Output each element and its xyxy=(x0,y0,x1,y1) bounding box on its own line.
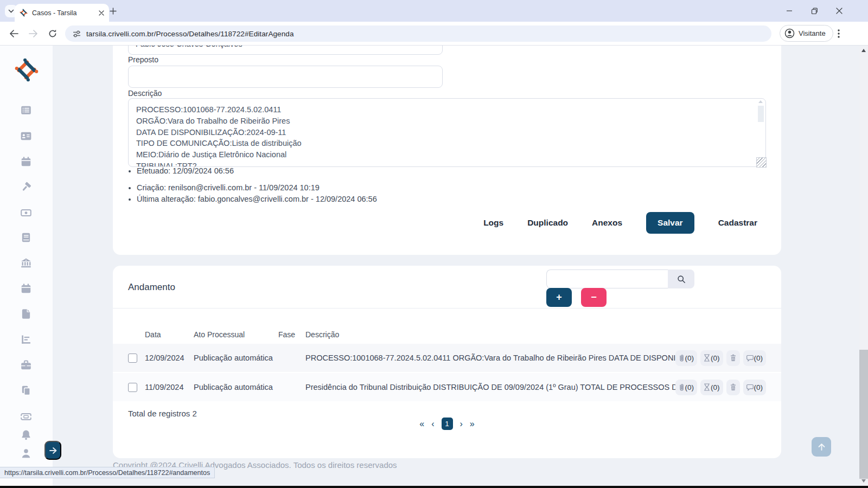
contact-card-icon[interactable] xyxy=(20,130,32,142)
anexos-button[interactable]: Anexos xyxy=(592,218,622,228)
pending-button[interactable]: (0) xyxy=(700,380,723,395)
header-descricao: Descrição xyxy=(305,330,677,339)
ticket-icon[interactable] xyxy=(20,410,32,422)
tab-close-icon[interactable] xyxy=(99,10,104,16)
add-andamento-button[interactable]: + xyxy=(546,288,572,307)
window-close-button[interactable] xyxy=(830,4,848,17)
menu-list-icon[interactable] xyxy=(20,104,32,116)
cadastrar-button[interactable]: Cadastrar xyxy=(718,218,757,228)
screen-edge xyxy=(0,486,868,488)
andamento-title: Andamento xyxy=(128,282,175,293)
logs-button[interactable]: Logs xyxy=(483,218,503,228)
search-input[interactable] xyxy=(546,269,668,288)
pagination-prev[interactable]: ‹ xyxy=(431,419,434,429)
sidebar-expand-button[interactable] xyxy=(44,441,61,460)
comments-button[interactable]: (0) xyxy=(743,350,767,366)
url-text[interactable]: tarsila.crivelli.com.br/Processo/Detalhe… xyxy=(86,30,294,38)
descricao-textarea[interactable]: PROCESSO:1001068-77.2024.5.02.0411 ORGÃO… xyxy=(128,98,766,167)
status-bar-url: https://tarsila.crivelli.com.br/Processo… xyxy=(0,467,215,478)
delete-button[interactable] xyxy=(726,380,740,395)
row-checkbox[interactable] xyxy=(128,383,137,392)
pending-count: (0) xyxy=(711,383,720,391)
table-row[interactable]: 11/09/2024 Publicação automática Presidê… xyxy=(113,373,781,401)
browser-tab[interactable]: Casos - Tarsila xyxy=(15,4,109,22)
trash-icon xyxy=(730,383,737,391)
section-divider xyxy=(113,308,781,309)
bell-icon[interactable] xyxy=(20,429,32,441)
browser-toolbar: tarsila.crivelli.com.br/Processo/Detalhe… xyxy=(0,22,868,46)
row-checkbox[interactable] xyxy=(128,354,137,363)
textarea-resize-handle[interactable] xyxy=(756,157,767,168)
preposto-label: Preposto xyxy=(128,55,158,64)
forward-button[interactable] xyxy=(25,25,41,42)
browser-menu-button[interactable] xyxy=(831,26,846,41)
comment-icon xyxy=(746,355,754,362)
scrollbar-up-arrow[interactable] xyxy=(861,49,866,52)
header-data: Data xyxy=(145,330,194,339)
descricao-scrollbar[interactable] xyxy=(757,99,764,166)
site-settings-icon[interactable] xyxy=(73,30,81,37)
paperclip-icon xyxy=(679,354,685,362)
comments-button[interactable]: (0) xyxy=(743,380,767,395)
new-tab-button[interactable] xyxy=(106,4,119,17)
attachments-button[interactable]: (0) xyxy=(675,380,698,395)
remove-andamento-button[interactable]: − xyxy=(581,288,607,307)
row-ato: Publicação automática xyxy=(194,383,278,391)
person-icon[interactable] xyxy=(20,447,32,459)
pagination: « ‹ 1 › » xyxy=(113,418,781,430)
descricao-label: Descrição xyxy=(128,89,162,98)
pagination-next[interactable]: › xyxy=(460,419,463,429)
gavel-icon[interactable] xyxy=(20,181,32,193)
total-records: Total de registros 2 xyxy=(128,409,197,418)
meta-efetuado: Efetuado: 12/09/2024 06:56 xyxy=(137,166,377,176)
search-button[interactable] xyxy=(668,269,694,288)
url-bar[interactable]: tarsila.crivelli.com.br/Processo/Detalhe… xyxy=(65,25,771,42)
scroll-to-top-button[interactable] xyxy=(812,437,831,457)
refresh-button[interactable] xyxy=(44,25,61,42)
clipboard-copy-icon[interactable] xyxy=(20,384,32,396)
attachments-count: (0) xyxy=(685,383,694,391)
money-icon[interactable] xyxy=(20,207,32,219)
window-restore-button[interactable] xyxy=(805,4,824,17)
meta-criacao: Criação: renilson@crivelli.com.br - 11/0… xyxy=(137,183,377,193)
scrollbar-thumb[interactable] xyxy=(859,350,868,479)
trash-icon xyxy=(730,354,737,362)
table-row[interactable]: 12/09/2024 Publicação automática PROCESS… xyxy=(113,344,781,372)
briefcase-icon[interactable] xyxy=(20,359,32,371)
book-icon[interactable] xyxy=(20,232,32,243)
favicon-tarsila xyxy=(20,9,28,17)
attachments-button[interactable]: (0) xyxy=(675,350,698,366)
header-fase: Fase xyxy=(278,330,305,339)
advogado-value: Fabio Jose Chaves Gonçalves xyxy=(136,46,242,48)
preposto-field[interactable] xyxy=(128,66,443,88)
scrollbar-down-arrow[interactable] xyxy=(861,479,866,483)
back-button[interactable] xyxy=(5,25,22,42)
tarsila-logo[interactable] xyxy=(14,57,39,82)
pagination-page-1[interactable]: 1 xyxy=(442,418,453,430)
tab-strip: Casos - Tarsila xyxy=(0,0,868,22)
calendar-icon[interactable] xyxy=(20,156,32,168)
arrow-right-icon xyxy=(49,447,57,454)
profile-label: Visitante xyxy=(799,29,826,37)
duplicado-button[interactable]: Duplicado xyxy=(527,218,568,228)
meta-alteracao: Última alteração: fabio.goncalves@crivel… xyxy=(137,194,377,204)
pagination-first[interactable]: « xyxy=(419,419,424,429)
calendar-icon[interactable] xyxy=(20,282,32,294)
delete-button[interactable] xyxy=(726,350,740,366)
document-icon[interactable] xyxy=(20,308,32,320)
pending-count: (0) xyxy=(711,354,720,362)
window-minimize-button[interactable] xyxy=(780,4,799,17)
comments-count: (0) xyxy=(754,383,763,391)
bank-icon[interactable] xyxy=(20,257,32,269)
row-date: 12/09/2024 xyxy=(145,354,194,362)
chart-icon[interactable] xyxy=(20,333,32,345)
andamento-card: Andamento + − Data Ato Processual Fase D… xyxy=(113,266,781,458)
form-actions: Logs Duplicado Anexos Salvar Cadastrar xyxy=(483,211,757,234)
pagination-last[interactable]: » xyxy=(470,419,475,429)
row-date: 11/09/2024 xyxy=(145,383,194,391)
profile-button[interactable]: Visitante xyxy=(780,25,833,42)
pending-button[interactable]: (0) xyxy=(700,350,723,366)
andamento-search xyxy=(546,269,694,288)
salvar-button[interactable]: Salvar xyxy=(646,212,694,234)
advogado-field[interactable]: Fabio Jose Chaves Gonçalves xyxy=(128,46,443,55)
